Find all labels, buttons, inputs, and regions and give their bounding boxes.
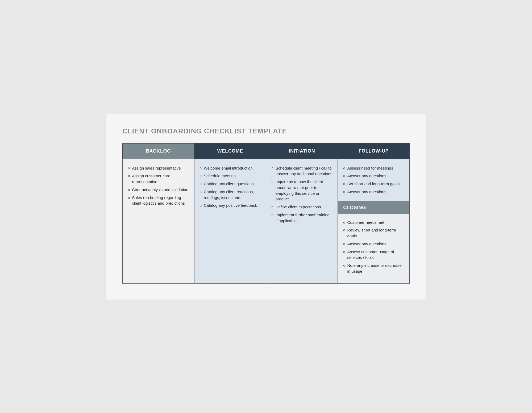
list-item: oWelcome email introduction	[200, 164, 261, 172]
bullet-icon: o	[343, 189, 345, 195]
list-item: oCatalog any client reactions, red flags…	[200, 188, 261, 202]
item-text: Answer any questions	[347, 173, 404, 179]
list-item: oSchedule client meeting / call to answe…	[272, 164, 332, 178]
header-backlog: BACKLOG	[123, 143, 194, 159]
item-text: Sales rep briefing regarding client logi…	[132, 195, 189, 206]
page-container: CLIENT ONBOARDING CHECKLIST TEMPLATE BAC…	[106, 114, 426, 300]
list-item: oAssess customer usage of services / too…	[343, 248, 404, 262]
list-item: oAnswer any questions	[343, 172, 404, 180]
welcome-body: oWelcome email introductionoSchedule mee…	[194, 159, 266, 283]
list-item: oReview short and long-term goals	[343, 226, 404, 240]
item-text: Define client expectations	[276, 204, 332, 210]
item-text: Catalog any client reactions, red flags,…	[204, 189, 261, 201]
bullet-icon: o	[128, 195, 130, 200]
list-item: oSchedule meeting	[200, 172, 261, 180]
bullet-icon: o	[272, 213, 273, 218]
bullet-icon: o	[200, 166, 202, 171]
header-initiation: INITIATION	[266, 143, 338, 159]
header-follow-up: FOLLOW-UP	[338, 143, 410, 159]
item-text: Assign customer care representative	[132, 173, 189, 185]
list-item: oSales rep briefing regarding client log…	[128, 194, 189, 208]
list-item: oCustomer needs met	[343, 218, 404, 226]
list-item: oDefine client expectations	[272, 203, 332, 211]
list-item: oAssess need for meetings	[343, 164, 404, 172]
bullet-icon: o	[272, 166, 273, 171]
item-text: Inquire as to how the client needs were …	[276, 179, 332, 202]
follow-up-list: oAssess need for meetingsoAnswer any que…	[343, 164, 404, 196]
item-text: Assign sales representative	[132, 165, 189, 171]
bullet-icon: o	[343, 263, 345, 268]
item-text: Answer any questions	[347, 241, 404, 247]
bullet-icon: o	[272, 179, 273, 184]
item-text: Assess need for meetings	[347, 165, 404, 171]
item-text: Review short and long-term goals	[347, 227, 404, 239]
backlog-body: oAssign sales representativeoAssign cust…	[123, 159, 194, 283]
bullet-icon: o	[343, 166, 345, 171]
bullet-icon: o	[343, 250, 345, 255]
bullet-icon: o	[200, 174, 202, 179]
header-welcome: WELCOME	[194, 143, 266, 159]
list-item: oImplement further staff training, if ap…	[272, 211, 332, 225]
list-item: oAssign customer care representative	[128, 172, 189, 186]
bullet-icon: o	[128, 166, 130, 171]
item-text: Catalog any client questions	[204, 181, 261, 187]
follow-up-top: oAssess need for meetingsoAnswer any que…	[338, 159, 409, 201]
list-item: oAnswer any questions	[343, 240, 404, 248]
bullet-icon: o	[128, 174, 130, 179]
initiation-body: oSchedule client meeting / call to answe…	[266, 159, 338, 283]
item-text: Note any increase or decrease in usage	[347, 263, 404, 274]
list-item: oInquire as to how the client needs were…	[272, 178, 332, 203]
bullet-icon: o	[200, 203, 202, 208]
item-text: Answer any questions	[347, 189, 404, 195]
backlog-list: oAssign sales representativeoAssign cust…	[128, 164, 189, 208]
initiation-list: oSchedule client meeting / call to answe…	[272, 164, 332, 225]
item-text: Set short and long-term goals	[347, 181, 404, 187]
list-item: oSet short and long-term goals	[343, 180, 404, 188]
bullet-icon: o	[272, 205, 273, 210]
closing-body: oCustomer needs metoReview short and lon…	[338, 214, 409, 283]
welcome-list: oWelcome email introductionoSchedule mee…	[200, 164, 261, 210]
item-text: Contract analysis and validation	[132, 187, 189, 193]
bullet-icon: o	[343, 182, 345, 187]
item-text: Customer needs met	[347, 220, 404, 225]
bullet-icon: o	[343, 242, 345, 247]
item-text: Assess customer usage of services / tool…	[347, 249, 404, 261]
bullet-icon: o	[200, 189, 202, 195]
closing-header: CLOSING	[338, 201, 409, 214]
follow-up-closing-body: oAssess need for meetingsoAnswer any que…	[338, 159, 410, 283]
bullet-icon: o	[200, 182, 202, 187]
list-item: oAssign sales representative	[128, 164, 189, 172]
bullet-icon: o	[343, 174, 345, 179]
bullet-icon: o	[128, 187, 130, 192]
checklist-table: BACKLOG WELCOME INITIATION FOLLOW-UP oAs…	[122, 143, 410, 284]
closing-list: oCustomer needs metoReview short and lon…	[343, 218, 404, 275]
item-text: Schedule meeting	[204, 173, 261, 179]
list-item: oCatalog any positive feedback	[200, 201, 261, 209]
list-item: oAnswer any questions	[343, 188, 404, 196]
item-text: Catalog any positive feedback	[204, 203, 261, 208]
bullet-icon: o	[343, 228, 345, 233]
item-text: Implement further staff training, if app…	[276, 212, 332, 224]
list-item: oNote any increase or decrease in usage	[343, 262, 404, 275]
bullet-icon: o	[343, 220, 345, 225]
item-text: Welcome email introduction	[204, 165, 261, 171]
page-title: CLIENT ONBOARDING CHECKLIST TEMPLATE	[122, 127, 410, 135]
list-item: oCatalog any client questions	[200, 180, 261, 188]
list-item: oContract analysis and validation	[128, 186, 189, 194]
item-text: Schedule client meeting / call to answer…	[276, 165, 332, 177]
